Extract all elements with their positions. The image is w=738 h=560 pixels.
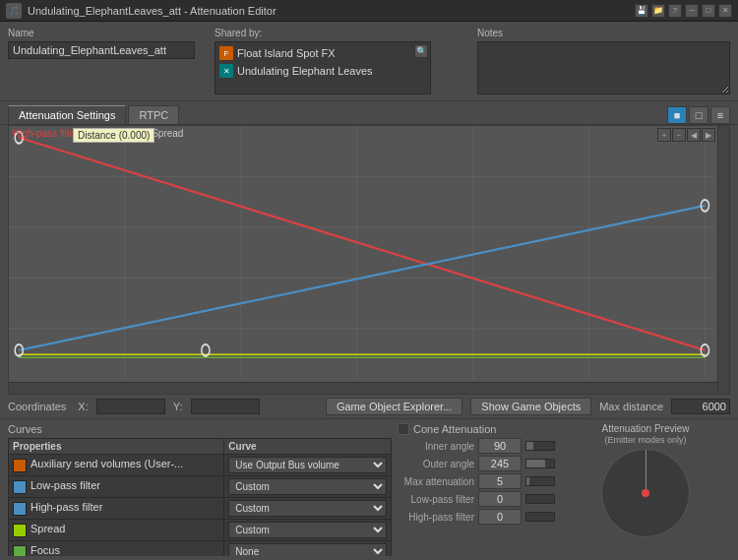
shared-list: 🔍 F Float Island Spot FX ✕ Undulating El… (215, 41, 431, 94)
cone-checkbox[interactable] (398, 423, 409, 435)
shared-group: Shared by: 🔍 F Float Island Spot FX ✕ Un… (215, 28, 467, 94)
main-content: Name Shared by: 🔍 F Float Island Spot FX… (0, 22, 738, 560)
preview-line (646, 450, 646, 493)
cone-row-1: Outer angle (398, 456, 555, 471)
bottom-section: Curves Properties Curve Auxiliary send v… (0, 419, 738, 560)
cone-input-3[interactable] (478, 491, 522, 507)
col-properties: Properties (9, 439, 224, 455)
curve-dropdown-1[interactable]: Custom (228, 478, 387, 495)
curve-row-1[interactable]: Low-pass filterCustom (9, 476, 392, 498)
cone-row-3: Low-pass filter (398, 491, 555, 507)
max-dist-input[interactable] (671, 399, 730, 414)
curves-panel: Curves Properties Curve Auxiliary send v… (8, 423, 392, 556)
name-group: Name (8, 28, 205, 94)
curves-table-container: Properties Curve Auxiliary send volumes … (8, 438, 392, 556)
curve-prop-4: Focus (9, 541, 224, 557)
shared-item-0[interactable]: F Float Island Spot FX (215, 44, 430, 62)
cone-slider-3[interactable] (525, 494, 555, 504)
curve-row-4[interactable]: FocusNone (9, 541, 392, 557)
view-btn-split[interactable]: □ (689, 106, 708, 124)
shared-scrollbar[interactable] (418, 60, 430, 93)
toolbar-icon-save[interactable]: 💾 (635, 4, 648, 18)
app-icon: 🎵 (6, 3, 22, 19)
curve-color-4 (13, 545, 27, 556)
curve-dropdown-2[interactable]: Custom (228, 500, 387, 517)
curve-dropdown-3[interactable]: Custom (228, 522, 387, 538)
tabs-bar: Attenuation Settings RTPC ■ □ ≡ (0, 101, 738, 125)
graph-btn-minus[interactable]: − (672, 128, 686, 142)
cone-slider-0[interactable] (525, 441, 555, 451)
tab-rtpc[interactable]: RTPC (128, 105, 179, 124)
curve-type-0[interactable]: Use Output Bus volume (224, 455, 392, 476)
notes-textarea[interactable] (477, 41, 730, 94)
x-input[interactable] (96, 399, 165, 414)
graph-btn-plus[interactable]: + (657, 128, 671, 142)
cone-input-4[interactable] (478, 509, 522, 525)
shared-item-label-0: Float Island Spot FX (237, 47, 336, 59)
curve-type-2[interactable]: Custom (224, 498, 392, 520)
curve-dropdown-4[interactable]: None (228, 543, 387, 556)
cone-slider-4[interactable] (525, 512, 555, 522)
graph-btn-next[interactable]: ▶ (702, 128, 715, 142)
toolbar-icon-folder[interactable]: 📁 (651, 4, 665, 18)
close-button[interactable]: ✕ (718, 4, 732, 18)
view-btn-list[interactable]: ≡ (710, 106, 730, 124)
name-label: Name (8, 28, 205, 38)
coords-section-label: Coordinates (8, 401, 66, 412)
max-dist-label: Max distance (599, 401, 663, 412)
curve-row-3[interactable]: SpreadCustom (9, 520, 392, 541)
svg-rect-0 (9, 126, 729, 394)
cone-row-4: High-pass filter (398, 509, 555, 525)
title-bar: 🎵 Undulating_ElephantLeaves_att - Attenu… (0, 0, 738, 22)
minimize-button[interactable]: ─ (685, 4, 699, 18)
preview-emitter-dot (642, 489, 649, 497)
window-controls: 💾 📁 ? ─ □ ✕ (635, 4, 732, 18)
cone-label-3: Low-pass filter (398, 494, 474, 505)
curve-color-2 (13, 502, 27, 516)
curve-color-1 (13, 480, 27, 494)
curve-prop-2: High-pass filter (9, 498, 224, 520)
window-title: Undulating_ElephantLeaves_att - Attenuat… (28, 5, 629, 17)
curve-dropdown-0[interactable]: Use Output Bus volume (228, 457, 387, 473)
y-label: Y: (173, 401, 183, 412)
shared-label: Shared by: (215, 28, 467, 38)
show-game-objects-button[interactable]: Show Game Objects (470, 398, 591, 415)
cone-rows: Inner angleOuter angleMax attenuationLow… (398, 438, 555, 525)
name-input[interactable] (8, 41, 195, 59)
graph-scrollbar-h[interactable] (9, 382, 717, 394)
curve-type-4[interactable]: None (224, 541, 392, 557)
curve-row-2[interactable]: High-pass filterCustom (9, 498, 392, 520)
curve-prop-1: Low-pass filter (9, 476, 224, 498)
tab-right-controls: ■ □ ≡ (667, 106, 730, 124)
cone-panel-title: Cone Attenuation (398, 423, 555, 435)
graph-svg[interactable]: 1000 2000 3000 4000 5000 6000 (9, 126, 729, 394)
game-object-explorer-button[interactable]: Game Object Explorer... (326, 398, 462, 415)
cone-slider-1[interactable] (525, 459, 555, 468)
view-btn-grid[interactable]: ■ (667, 106, 687, 124)
preview-circle (601, 449, 690, 537)
cone-input-0[interactable] (478, 438, 522, 454)
maximize-button[interactable]: □ (702, 4, 715, 18)
curves-table: Properties Curve Auxiliary send volumes … (8, 438, 392, 556)
distance-tooltip: Distance (0.000) (73, 128, 154, 143)
preview-title: Attenuation Preview (Emitter modes only) (602, 423, 690, 445)
curve-type-1[interactable]: Custom (224, 476, 392, 498)
graph-scrollbar-v[interactable] (717, 126, 729, 394)
graph-btn-prev[interactable]: ◀ (687, 128, 701, 142)
cone-slider-2[interactable] (525, 476, 555, 486)
y-input[interactable] (191, 399, 260, 414)
cone-row-0: Inner angle (398, 438, 555, 454)
tab-attenuation-settings[interactable]: Attenuation Settings (8, 105, 126, 124)
curve-row-0[interactable]: Auxiliary send volumes (User-...Use Outp… (9, 455, 392, 476)
curve-type-3[interactable]: Custom (224, 520, 392, 541)
cone-input-2[interactable] (478, 473, 522, 489)
cone-label-2: Max attenuation (398, 476, 474, 487)
preview-panel: Attenuation Preview (Emitter modes only) (561, 423, 730, 556)
shared-item-1[interactable]: ✕ Undulating Elephant Leaves (215, 62, 430, 80)
shared-icon-0: F (219, 46, 233, 60)
toolbar-icon-help[interactable]: ? (668, 4, 682, 18)
coords-bar: Coordinates X: Y: Game Object Explorer..… (0, 395, 738, 419)
shared-search-button[interactable]: 🔍 (414, 44, 428, 58)
cone-input-1[interactable] (478, 456, 522, 471)
notes-label: Notes (477, 28, 730, 38)
